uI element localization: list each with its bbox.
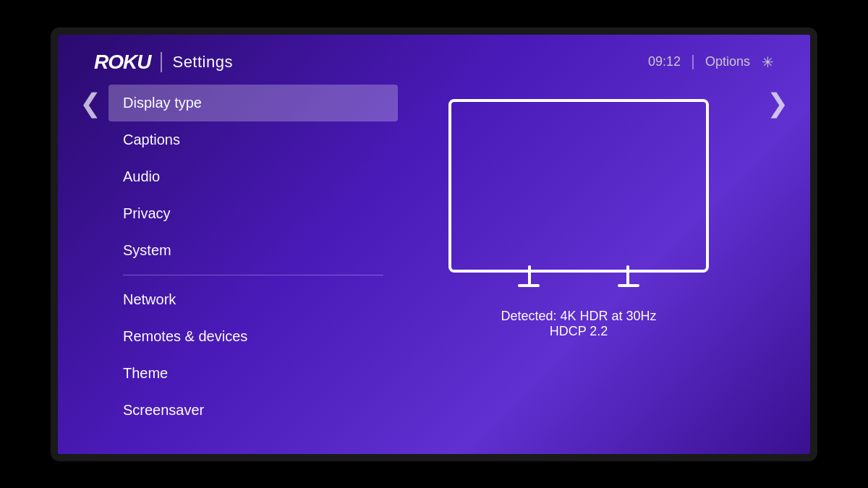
menu-item-audio[interactable]: Audio — [109, 158, 398, 195]
tv-screen-outline — [448, 99, 709, 273]
settings-menu: Display type Captions Audio Privacy Syst… — [109, 85, 398, 429]
tv-stand-base-left — [518, 284, 540, 287]
tv-illustration — [448, 99, 709, 287]
detection-line1: Detected: 4K HDR at 30Hz — [501, 309, 656, 324]
left-nav-arrow[interactable]: ❮ — [72, 88, 109, 119]
tv-bezel: ROKU Settings 09:12 Options ✳ ❮ Display … — [51, 27, 817, 461]
clock: 09:12 — [648, 54, 681, 69]
right-nav-arrow[interactable]: ❯ — [760, 88, 796, 119]
menu-item-remotes[interactable]: Remotes & devices — [109, 318, 398, 355]
settings-title: Settings — [172, 53, 233, 72]
menu-item-captions[interactable]: Captions — [109, 121, 398, 158]
header: ROKU Settings 09:12 Options ✳ — [58, 35, 810, 85]
roku-logo: ROKU — [94, 51, 150, 74]
menu-item-screensaver[interactable]: Screensaver — [109, 392, 398, 429]
options-icon[interactable]: ✳ — [762, 53, 774, 71]
header-logo-divider — [161, 52, 162, 72]
options-label: Options — [705, 54, 750, 69]
detection-line2: HDCP 2.2 — [501, 324, 656, 339]
content-row: ❮ Display type Captions Audio Privacy Sy… — [58, 85, 810, 429]
header-right: 09:12 Options ✳ — [648, 53, 774, 71]
tv-preview-area: Detected: 4K HDR at 30Hz HDCP 2.2 — [398, 85, 760, 339]
header-right-divider — [692, 55, 694, 69]
tv-stand-base-right — [618, 284, 639, 287]
menu-item-display-type[interactable]: Display type — [109, 85, 398, 121]
menu-item-network[interactable]: Network — [109, 281, 398, 318]
menu-item-privacy[interactable]: Privacy — [109, 195, 398, 232]
header-left: ROKU Settings — [94, 51, 233, 74]
detection-info: Detected: 4K HDR at 30Hz HDCP 2.2 — [501, 309, 656, 339]
tv-screen: ROKU Settings 09:12 Options ✳ ❮ Display … — [58, 35, 810, 454]
menu-item-system[interactable]: System — [109, 232, 398, 269]
menu-item-theme[interactable]: Theme — [109, 355, 398, 392]
menu-divider — [123, 275, 383, 275]
